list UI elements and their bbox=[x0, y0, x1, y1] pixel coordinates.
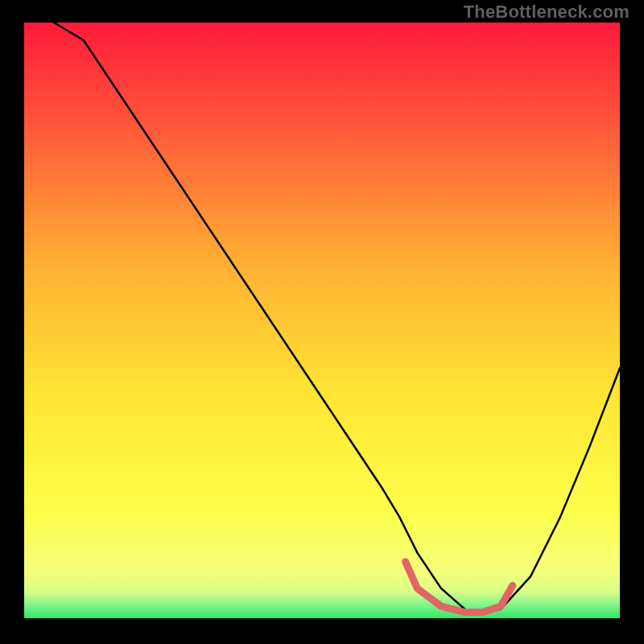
chart-gradient-background bbox=[24, 23, 620, 618]
bottleneck-chart bbox=[24, 23, 620, 618]
chart-frame: TheBottleneck.com bbox=[0, 0, 644, 644]
watermark-text: TheBottleneck.com bbox=[464, 2, 630, 23]
